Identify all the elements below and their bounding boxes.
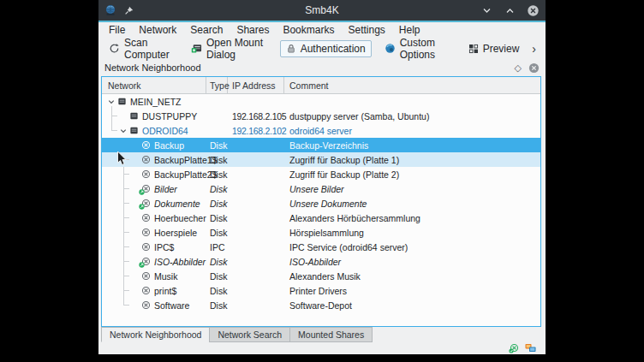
cell-network-name: print$: [102, 286, 206, 296]
cell-network-name: MEIN_NETZ: [102, 97, 206, 107]
cell-comment: ISO-Abbilder: [284, 257, 540, 267]
network-status-icon: [525, 343, 536, 353]
tree-row-dokumente[interactable]: DokumenteDiskUnsere Dokumente: [102, 196, 540, 211]
cell-network-name: BackupPlatte2$: [102, 169, 206, 180]
cell-share-type: IPC: [206, 242, 228, 252]
pin-icon[interactable]: [124, 5, 134, 15]
server-icon: [128, 111, 140, 121]
network-item-label: ISO-Abbilder: [154, 257, 206, 267]
main-toolbar: Scan ComputerOpen Mount DialogAuthentica…: [98, 38, 546, 59]
cell-comment: odroid64 server: [284, 126, 540, 136]
toolbar-button-label: Preview: [483, 43, 520, 55]
cell-share-type: Disk: [206, 213, 228, 223]
tree-branch-line: [123, 188, 129, 189]
close-button[interactable]: [526, 3, 540, 17]
tree-row-bilder[interactable]: BilderDiskUnsere Bilder: [102, 181, 540, 196]
cell-network-name: Bilder: [102, 184, 206, 194]
share-icon: [140, 199, 152, 208]
tree-row-hoerbuecher[interactable]: HoerbuecherDiskAlexanders Hörbüchersamml…: [102, 211, 540, 225]
tab-mounted-shares[interactable]: Mounted Shares: [289, 327, 373, 342]
cell-network-name: ODROID64: [102, 126, 206, 136]
network-item-label: print$: [154, 286, 176, 296]
tree-branch-line: [123, 159, 129, 160]
cell-network-name: BackupPlatte1$: [102, 155, 206, 165]
cell-comment: Unsere Dokumente: [284, 199, 540, 209]
dock-tabbar: Network NeighborhoodNetwork SearchMounte…: [98, 327, 546, 342]
mounted-emblem-icon: [139, 204, 145, 210]
expander-chevron-down-icon[interactable]: [105, 98, 116, 105]
cell-comment: Software-Depot: [284, 300, 540, 311]
network-item-label: Backup: [154, 140, 184, 151]
dock-titlebar: Network Neighborhood ◇: [98, 59, 546, 76]
column-header-comment[interactable]: Comment: [284, 77, 540, 93]
tree-row-backupplatte2[interactable]: BackupPlatte2$DiskZugriff für Backup (Pl…: [102, 167, 540, 181]
tree-branch-line: [123, 217, 129, 218]
share-icon: [140, 213, 152, 223]
cell-share-type: Disk: [206, 184, 228, 194]
preview-icon: [468, 44, 479, 54]
cell-comment: Alexanders Hörbüchersammlung: [284, 213, 540, 223]
tree-row-dustpuppy[interactable]: DUSTPUPPY192.168.2.105dustpuppy server (…: [102, 109, 540, 123]
server-icon: [128, 126, 140, 135]
tree-branch-line: [123, 276, 129, 276]
cell-share-type: Disk: [206, 169, 228, 180]
window-title: Smb4K: [98, 4, 546, 16]
tree-row-backupplatte1[interactable]: BackupPlatte1$DiskZugriff für Backup (Pl…: [102, 152, 540, 167]
cell-share-type: Disk: [206, 199, 228, 209]
cell-share-type: Disk: [206, 228, 228, 238]
share-icon: [140, 155, 152, 164]
expander-chevron-down-icon[interactable]: [117, 128, 128, 134]
maximize-button[interactable]: [503, 3, 516, 17]
tree-row-hoerspiele[interactable]: HoerspieleDiskHörspielsammlung: [102, 225, 540, 240]
network-item-label: Dokumente: [154, 199, 200, 209]
toolbar-button-label: Scan Computer: [124, 37, 172, 61]
tree-row-musik[interactable]: MusikDiskAlexanders Musik: [102, 269, 540, 283]
menu-bookmarks[interactable]: Bookmarks: [276, 23, 341, 37]
tree-row-ipc[interactable]: IPC$IPCIPC Service (odroid64 server): [102, 240, 540, 254]
tree-row-print[interactable]: print$DiskPrinter Drivers: [102, 283, 540, 298]
mounted-emblem-icon: [139, 189, 145, 195]
column-header-network[interactable]: Network: [102, 77, 206, 93]
cell-comment: Unsere Bilder: [284, 184, 540, 194]
cell-comment: Zugriff für Backup (Platte 1): [284, 155, 540, 165]
tree-row-odroid64[interactable]: ODROID64192.168.2.102odroid64 server: [102, 123, 540, 138]
tree-row-backup[interactable]: BackupDiskBackup-Verzeichnis: [102, 138, 540, 152]
preview-button[interactable]: Preview: [462, 40, 526, 57]
toolbar-overflow-chevron-icon[interactable]: ›: [532, 42, 541, 56]
cell-network-name: Software: [102, 300, 206, 311]
smb4k-window: Smb4K FileNetworkSearchSharesBookmarksSe…: [98, 0, 546, 354]
network-item-label: Hoerspiele: [154, 228, 197, 238]
network-item-label: Bilder: [154, 184, 177, 194]
mount-dialog-icon: [191, 43, 202, 54]
tab-network-neighborhood[interactable]: Network Neighborhood: [101, 327, 210, 342]
network-item-label: Software: [154, 300, 189, 311]
share-icon: [140, 228, 152, 237]
tree-row-software[interactable]: SoftwareDiskSoftware-Depot: [102, 298, 540, 312]
share-icon: [140, 242, 152, 252]
desktop: { "colors": { "titlebar_bg": "#31363b", …: [0, 0, 644, 362]
column-header-ip-address[interactable]: IP Address: [228, 77, 284, 93]
tab-network-search[interactable]: Network Search: [209, 327, 290, 342]
toolbar-button-label: Open Mount Dialog: [206, 37, 267, 61]
cell-network-name: IPC$: [102, 242, 206, 252]
cell-share-type: Disk: [206, 257, 228, 267]
toolbar-button-label: Custom Options: [400, 37, 450, 61]
dock-float-icon[interactable]: ◇: [515, 63, 522, 73]
roll-down-button[interactable]: [480, 3, 493, 17]
tree-row-mein-netz[interactable]: MEIN_NETZ: [102, 94, 540, 109]
tree-branch-line: [123, 246, 129, 247]
mounted-share-icon: [509, 343, 519, 353]
tree-row-iso-abbilder[interactable]: ISO-AbbilderDiskISO-Abbilder: [102, 254, 540, 269]
dock-close-icon[interactable]: [528, 62, 540, 74]
tree-branch-line: [123, 174, 129, 175]
authentication-button[interactable]: Authentication: [280, 40, 372, 57]
cell-network-name: DUSTPUPPY: [102, 111, 206, 122]
network-item-label: Hoerbuecher: [154, 213, 206, 223]
mounted-emblem-icon: [139, 262, 145, 268]
cell-share-type: Disk: [206, 140, 228, 151]
tree-branch-line: [123, 305, 129, 306]
network-neighborhood-view: Network Type IP Address Comment MEIN_NET…: [101, 76, 541, 327]
titlebar[interactable]: Smb4K: [98, 0, 546, 21]
cell-comment: Alexanders Musik: [284, 271, 540, 282]
column-header-type[interactable]: Type: [206, 77, 228, 93]
